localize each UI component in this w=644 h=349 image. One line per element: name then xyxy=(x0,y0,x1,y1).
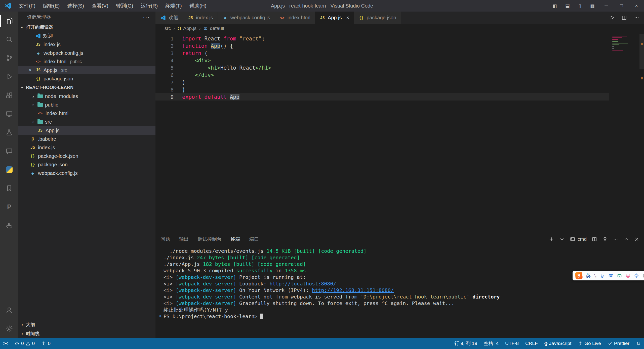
status-encoding[interactable]: UTF-8 xyxy=(502,338,522,349)
activity-search[interactable] xyxy=(0,30,18,49)
open-editor-item-0[interactable]: 欢迎 xyxy=(18,32,155,40)
status-ports[interactable]: 0 xyxy=(38,338,54,349)
panel-tab-4[interactable]: 端口 xyxy=(249,234,259,244)
ime-mic-icon[interactable] xyxy=(600,273,605,278)
section-timeline[interactable]: ›时间线 xyxy=(18,329,155,338)
maximize-button[interactable]: □ xyxy=(614,0,629,12)
breadcrumb-src[interactable]: src xyxy=(165,26,171,31)
code-line-4[interactable]: 4 <div> xyxy=(155,57,609,64)
code-line-9[interactable]: 9export default App xyxy=(155,93,609,101)
ime-keyboard-icon[interactable] xyxy=(608,273,614,278)
tab-index.js[interactable]: JSindex.js xyxy=(183,12,218,24)
section-outline[interactable]: ›大纲 xyxy=(18,320,155,329)
line-number[interactable]: 3 xyxy=(155,50,174,56)
line-number[interactable]: 6 xyxy=(155,72,174,78)
panel-tab-2[interactable]: 调试控制台 xyxy=(198,234,222,244)
activity-remote-explorer[interactable] xyxy=(0,105,18,123)
menu-item-2[interactable]: 选择(S) xyxy=(63,0,88,12)
close-panel-button[interactable] xyxy=(634,236,639,242)
status-prettier[interactable]: Prettier xyxy=(604,338,633,349)
ime-settings-icon[interactable] xyxy=(634,273,639,278)
ime-punctuation-mode[interactable]: ’, xyxy=(594,273,596,278)
tab-[interactable]: 欢迎 xyxy=(155,12,183,24)
open-editor-item-1[interactable]: JSindex.js xyxy=(18,40,155,49)
menu-item-1[interactable]: 编辑(E) xyxy=(39,0,64,12)
activity-explorer[interactable] xyxy=(0,12,18,30)
activity-run-debug[interactable] xyxy=(0,67,18,86)
line-number[interactable]: 1 xyxy=(155,36,174,42)
new-terminal-button[interactable] xyxy=(549,236,554,242)
close-button[interactable]: × xyxy=(629,0,644,12)
activity-test-explorer[interactable] xyxy=(0,123,18,142)
menu-item-0[interactable]: 文件(F) xyxy=(15,0,39,12)
terminal-instance-cmd[interactable]: cmd xyxy=(570,236,587,242)
code-line-8[interactable]: 8} xyxy=(155,86,609,93)
close-icon[interactable]: × xyxy=(27,68,33,73)
editor-scrollbar[interactable] xyxy=(639,34,644,69)
activity-source-control[interactable] xyxy=(0,49,18,67)
tree-item-src[interactable]: ›src xyxy=(18,118,155,126)
line-number[interactable]: 7 xyxy=(155,79,174,85)
panel-more-actions[interactable] xyxy=(613,236,618,242)
tree-item-index.js[interactable]: JSindex.js xyxy=(18,143,155,152)
kill-terminal-button[interactable] xyxy=(602,236,608,242)
status-problems[interactable]: 00 xyxy=(11,338,38,349)
tree-item-package.json[interactable]: {}package.json xyxy=(18,160,155,169)
status-remote-indicator[interactable]: >< xyxy=(0,338,11,349)
line-number[interactable]: 8 xyxy=(155,87,174,93)
activity-account[interactable] xyxy=(0,301,18,319)
tree-item-node_modules[interactable]: ›node_modules xyxy=(18,92,155,101)
maximize-panel-button[interactable] xyxy=(623,236,629,242)
split-editor-icon[interactable] xyxy=(621,15,627,21)
status-language-mode[interactable]: {}JavaScript xyxy=(541,338,575,349)
code-line-3[interactable]: 3return ( xyxy=(155,49,609,57)
sogou-logo-icon[interactable]: S xyxy=(575,272,583,280)
line-number[interactable]: 5 xyxy=(155,65,174,71)
activity-chat[interactable] xyxy=(0,142,18,160)
activity-python[interactable] xyxy=(0,160,18,179)
status-go-live[interactable]: Go Live xyxy=(575,338,604,349)
editor-more-actions[interactable] xyxy=(634,15,639,21)
tree-item-public[interactable]: ›public xyxy=(18,101,155,109)
activity-settings[interactable] xyxy=(0,319,18,338)
ime-grid-icon[interactable] xyxy=(642,273,644,278)
run-icon[interactable] xyxy=(609,15,615,21)
menu-item-4[interactable]: 转到(G) xyxy=(112,0,137,12)
menu-item-3[interactable]: 查看(V) xyxy=(88,0,112,12)
open-editor-item-3[interactable]: <>index.htmlpublic xyxy=(18,57,155,66)
ime-language-mode[interactable]: 英 xyxy=(586,272,591,279)
activity-bookmarks[interactable] xyxy=(0,179,18,197)
terminal-output[interactable]: ./node_modules/events/events.js 14.5 KiB… xyxy=(155,244,644,338)
panel-tab-3[interactable]: 终端 xyxy=(231,234,240,244)
open-editors-header[interactable]: › 打开的编辑器 xyxy=(18,23,155,32)
open-editor-item-2[interactable]: ◆webpack.config.js xyxy=(18,49,155,57)
activity-extensions[interactable] xyxy=(0,86,18,105)
customize-layout-button[interactable]: ▦ xyxy=(586,0,599,12)
tree-item-.babelrc[interactable]: β.babelrc xyxy=(18,135,155,143)
toggle-secondary-sidebar-button[interactable]: ▯ xyxy=(574,0,586,12)
toggle-panel-button[interactable]: ◧ xyxy=(561,0,574,12)
panel-tab-0[interactable]: 问题 xyxy=(160,234,170,244)
tree-item-App.js[interactable]: JSApp.js xyxy=(18,126,155,135)
toggle-sidebar-button[interactable]: ◧ xyxy=(548,0,561,12)
terminal-profile-dropdown[interactable] xyxy=(559,236,565,242)
status-indentation[interactable]: 空格: 4 xyxy=(480,338,502,349)
tree-item-index.html[interactable]: <>index.html xyxy=(18,109,155,118)
minimap[interactable] xyxy=(612,36,635,52)
tree-item-webpack.config.js[interactable]: ◆webpack.config.js xyxy=(18,169,155,177)
activity-docker[interactable] xyxy=(0,216,18,235)
tab-App.js[interactable]: JSApp.js× xyxy=(315,12,354,24)
status-eol[interactable]: CRLF xyxy=(522,338,541,349)
menu-item-6[interactable]: 终端(T) xyxy=(162,0,186,12)
line-number[interactable]: 2 xyxy=(155,43,174,49)
tab-index.html[interactable]: <>index.html xyxy=(275,12,315,24)
minimize-button[interactable]: ─ xyxy=(599,0,614,12)
open-editor-item-5[interactable]: {}package.json xyxy=(18,74,155,83)
tab-close-icon[interactable]: × xyxy=(346,15,349,21)
tab-webpack.config.js[interactable]: ◆webpack.config.js xyxy=(218,12,275,24)
breadcrumb-default[interactable]: default xyxy=(203,26,224,31)
breadcrumb-App.js[interactable]: JSApp.js xyxy=(178,26,196,31)
sidebar-more-icon[interactable]: ··· xyxy=(143,14,150,20)
ime-screenshot-icon[interactable] xyxy=(617,273,622,278)
menu-item-5[interactable]: 运行(R) xyxy=(137,0,162,12)
